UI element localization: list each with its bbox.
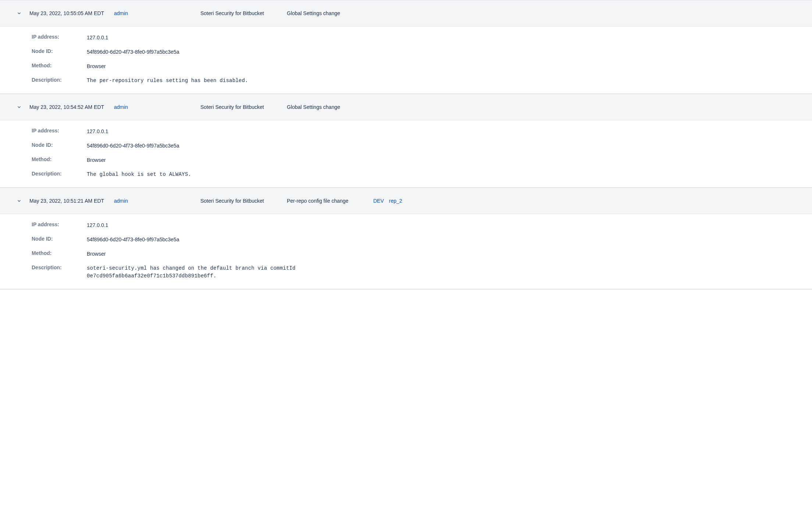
log-entry-header[interactable]: May 23, 2022, 10:51:21 AM EDT admin Sote… [0, 188, 812, 214]
detail-label: Node ID: [32, 236, 87, 242]
detail-label: IP address: [32, 34, 87, 40]
detail-value-ip: 127.0.0.1 [87, 128, 108, 135]
log-date: May 23, 2022, 10:55:05 AM EDT [29, 10, 114, 17]
detail-value-node: 54f896d0-6d20-4f73-8fe0-9f97a5bc3e5a [87, 142, 179, 150]
log-user: admin [114, 198, 200, 204]
log-action: Global Settings change [287, 10, 373, 17]
detail-label: Node ID: [32, 142, 87, 148]
log-user: admin [114, 10, 200, 16]
user-link[interactable]: admin [114, 104, 128, 110]
detail-label: Node ID: [32, 48, 87, 54]
detail-value-ip: 127.0.0.1 [87, 221, 108, 229]
log-entry: May 23, 2022, 10:54:52 AM EDT admin Sote… [0, 94, 812, 188]
detail-row-description: Description: The per-repository rules se… [32, 77, 805, 85]
detail-row-method: Method: Browser [32, 156, 805, 164]
detail-label: IP address: [32, 221, 87, 227]
detail-value-method: Browser [87, 250, 106, 258]
user-link[interactable]: admin [114, 198, 128, 204]
detail-value-method: Browser [87, 63, 106, 70]
chevron-down-icon [16, 198, 22, 204]
detail-row-ip: IP address: 127.0.0.1 [32, 34, 805, 42]
detail-label: Description: [32, 171, 87, 177]
project-link[interactable]: DEV [373, 198, 384, 204]
log-entry: May 23, 2022, 10:51:21 AM EDT admin Sote… [0, 188, 812, 290]
log-component: Soteri Security for Bitbucket [200, 10, 287, 17]
detail-row-node: Node ID: 54f896d0-6d20-4f73-8fe0-9f97a5b… [32, 236, 805, 244]
log-entry-details: IP address: 127.0.0.1 Node ID: 54f896d0-… [0, 26, 812, 94]
detail-label: Method: [32, 63, 87, 68]
log-entry-header[interactable]: May 23, 2022, 10:55:05 AM EDT admin Sote… [0, 0, 812, 26]
detail-value-node: 54f896d0-6d20-4f73-8fe0-9f97a5bc3e5a [87, 48, 179, 56]
detail-row-description: Description: soteri-security.yml has cha… [32, 264, 805, 280]
detail-label: Method: [32, 156, 87, 162]
user-link[interactable]: admin [114, 10, 128, 16]
chevron-down-icon [16, 10, 22, 16]
detail-row-method: Method: Browser [32, 63, 805, 70]
log-entry: May 23, 2022, 10:55:05 AM EDT admin Sote… [0, 0, 812, 94]
detail-value-description: The global hook is set to ALWAYS. [87, 171, 191, 178]
expand-toggle[interactable] [7, 104, 29, 110]
log-action: Per-repo config file change [287, 197, 373, 205]
detail-row-node: Node ID: 54f896d0-6d20-4f73-8fe0-9f97a5b… [32, 48, 805, 56]
detail-label: Description: [32, 264, 87, 270]
detail-value-ip: 127.0.0.1 [87, 34, 108, 42]
detail-label: IP address: [32, 128, 87, 134]
detail-value-method: Browser [87, 156, 106, 164]
chevron-down-icon [16, 104, 22, 110]
log-date: May 23, 2022, 10:54:52 AM EDT [29, 103, 114, 111]
log-component: Soteri Security for Bitbucket [200, 197, 287, 205]
log-entry-header[interactable]: May 23, 2022, 10:54:52 AM EDT admin Sote… [0, 94, 812, 120]
log-action: Global Settings change [287, 103, 373, 111]
detail-label: Description: [32, 77, 87, 83]
repo-link[interactable]: rep_2 [389, 198, 402, 204]
detail-value-description: soteri-security.yml has changed on the d… [87, 264, 388, 280]
log-date: May 23, 2022, 10:51:21 AM EDT [29, 197, 114, 205]
expand-toggle[interactable] [7, 10, 29, 16]
log-component: Soteri Security for Bitbucket [200, 103, 287, 111]
audit-log-table: May 23, 2022, 10:55:05 AM EDT admin Sote… [0, 0, 812, 290]
log-entry-details: IP address: 127.0.0.1 Node ID: 54f896d0-… [0, 214, 812, 289]
detail-row-description: Description: The global hook is set to A… [32, 171, 805, 178]
log-links: DEV rep_2 [373, 198, 402, 204]
expand-toggle[interactable] [7, 198, 29, 204]
detail-value-node: 54f896d0-6d20-4f73-8fe0-9f97a5bc3e5a [87, 236, 179, 244]
detail-row-method: Method: Browser [32, 250, 805, 258]
log-entry-details: IP address: 127.0.0.1 Node ID: 54f896d0-… [0, 120, 812, 188]
detail-value-description: The per-repository rules setting has bee… [87, 77, 248, 85]
detail-row-node: Node ID: 54f896d0-6d20-4f73-8fe0-9f97a5b… [32, 142, 805, 150]
detail-row-ip: IP address: 127.0.0.1 [32, 221, 805, 229]
detail-label: Method: [32, 250, 87, 256]
detail-row-ip: IP address: 127.0.0.1 [32, 128, 805, 135]
log-user: admin [114, 104, 200, 110]
